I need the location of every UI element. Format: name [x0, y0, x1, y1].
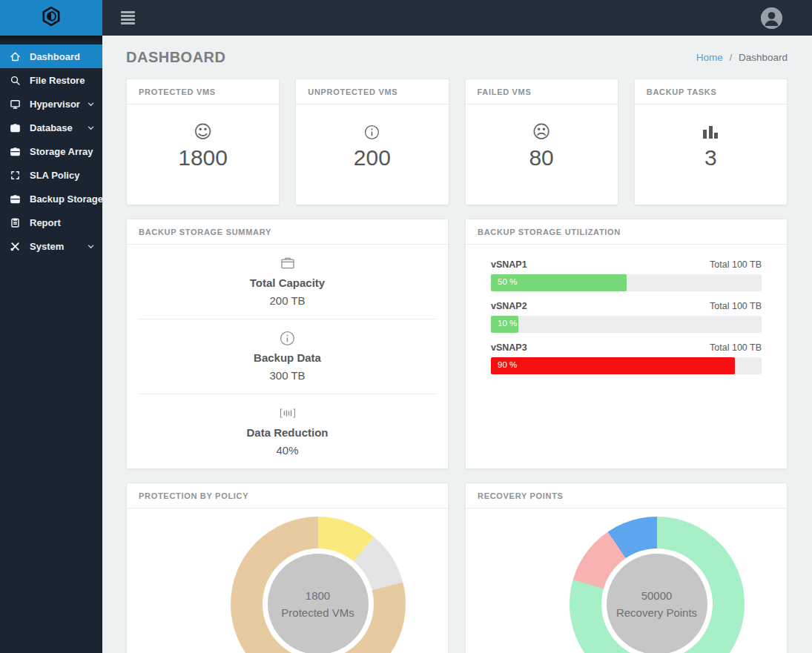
card-title: PROTECTED VMS	[127, 79, 279, 105]
user-avatar[interactable]	[761, 7, 782, 29]
frown-icon: ☹	[466, 122, 618, 142]
topbar	[0, 0, 812, 36]
clipboard-icon	[10, 217, 21, 228]
sidebar-item-label: Backup Storage	[30, 193, 103, 205]
progress-bar-fill: 10 %	[491, 316, 518, 333]
info-icon	[296, 122, 448, 142]
sidebar-item-hypervisor[interactable]: Hypervisor	[0, 92, 102, 116]
stat-value: 3	[635, 145, 787, 170]
sidebar-item-label: File Restore	[30, 75, 85, 86]
summary-item-label: Backup Data	[127, 351, 448, 364]
volume-name: vSNAP1	[491, 259, 527, 270]
backup-tasks-card: BACKUP TASKS3	[634, 79, 788, 205]
sidebar-item-file-restore[interactable]: File Restore	[0, 68, 102, 92]
summary-item: Backup Data300 TB	[127, 319, 448, 394]
summary-item-value: 40%	[127, 444, 448, 457]
chevron-down-icon	[87, 242, 95, 251]
progress-bar-track: 50 %	[491, 274, 762, 291]
sidebar-item-storage-array[interactable]: Storage Array	[0, 139, 102, 163]
breadcrumb-separator: /	[729, 52, 732, 63]
sidebar-item-sla-policy[interactable]: SLA Policy	[0, 163, 102, 187]
protected-vms-card: PROTECTED VMS☺1800	[126, 79, 280, 205]
stats-row: PROTECTED VMS☺1800UNPROTECTED VMS200FAIL…	[126, 79, 788, 205]
backup-storage-summary-card: BACKUP STORAGE SUMMARY Total Capacity200…	[126, 219, 449, 469]
donut-center-caption: Recovery Points	[616, 604, 697, 621]
search-icon	[10, 75, 21, 86]
briefcase-outline-icon	[127, 256, 448, 271]
utilization-row: vSNAP1Total 100 TB50 %	[491, 259, 762, 291]
backup-storage-utilization-card: BACKUP STORAGE UTILIZATION vSNAP1Total 1…	[465, 219, 788, 469]
card-title: BACKUP STORAGE UTILIZATION	[466, 219, 787, 245]
failed-vms-card: FAILED VMS☹80	[465, 79, 618, 205]
tools-icon	[10, 241, 21, 252]
card-title: BACKUP TASKS	[635, 79, 787, 105]
recovery-points-card: RECOVERY POINTS 50000 Recovery Points	[465, 483, 788, 653]
breadcrumb-home-link[interactable]: Home	[696, 52, 723, 63]
progress-bar-track: 10 %	[491, 316, 762, 333]
donut-center-value: 50000	[641, 587, 673, 604]
unprotected-vms-card: UNPROTECTED VMS200	[295, 79, 449, 205]
logo-hexagon-icon	[41, 6, 62, 30]
expand-icon	[10, 170, 21, 181]
progress-bar-fill: 90 %	[491, 357, 735, 374]
breadcrumb-current: Dashboard	[739, 52, 788, 63]
donut-center-label: 50000 Recovery Points	[607, 554, 707, 653]
sidebar-item-backup-storage[interactable]: Backup Storage	[0, 187, 102, 211]
utilization-row: vSNAP3Total 100 TB90 %	[491, 342, 762, 374]
briefcase-icon	[10, 122, 21, 133]
progress-bar-track: 90 %	[491, 357, 762, 374]
volume-name: vSNAP3	[491, 342, 527, 353]
stat-value: 80	[466, 145, 618, 170]
sidebar-item-label: Report	[30, 217, 61, 228]
chevron-down-icon	[87, 100, 95, 108]
main-content: DASHBOARD Home / Dashboard PROTECTED VMS…	[102, 36, 812, 653]
card-title: RECOVERY POINTS	[466, 483, 787, 508]
sidebar-item-label: Database	[30, 122, 73, 133]
info-icon	[127, 331, 448, 345]
progress-bar-fill: 50 %	[491, 274, 627, 291]
summary-item-value: 300 TB	[127, 369, 448, 382]
summary-item-label: Total Capacity	[127, 276, 448, 289]
card-title: UNPROTECTED VMS	[296, 79, 448, 105]
card-title: PROTECTION BY POLICY	[127, 483, 448, 508]
stat-value: 1800	[127, 145, 279, 170]
summary-item-label: Data Reduction	[127, 426, 448, 439]
recovery-points-donut-chart: 50000 Recovery Points	[570, 517, 745, 653]
briefcase-line-icon	[10, 146, 21, 157]
volume-total: Total 100 TB	[710, 301, 762, 311]
briefcase-line-icon	[10, 193, 21, 205]
donut-center-label: 1800 Protected VMs	[268, 554, 369, 653]
person-icon	[761, 7, 782, 29]
home-icon	[10, 51, 21, 62]
protection-by-policy-card: PROTECTION BY POLICY 1800 Protected VMs	[126, 483, 449, 653]
utilization-row: vSNAP2Total 100 TB10 %	[491, 301, 762, 333]
sidebar-item-dashboard[interactable]: Dashboard	[0, 44, 102, 68]
volume-total: Total 100 TB	[710, 259, 762, 270]
sidebar-item-label: System	[30, 241, 64, 252]
card-title: FAILED VMS	[466, 79, 618, 105]
smile-icon: ☺	[127, 122, 279, 142]
summary-item: Data Reduction40%	[127, 394, 448, 468]
breadcrumb: Home / Dashboard	[696, 52, 788, 63]
app-logo[interactable]	[0, 0, 102, 36]
sidebar-item-report[interactable]: Report	[0, 211, 102, 234]
page-title: DASHBOARD	[126, 49, 226, 66]
sidebar-item-label: Storage Array	[30, 146, 93, 157]
utilization-body: vSNAP1Total 100 TB50 %vSNAP2Total 100 TB…	[466, 245, 787, 391]
bar-chart-icon	[635, 122, 787, 142]
menu-toggle-button[interactable]	[118, 8, 138, 27]
sidebar-item-system[interactable]: System	[0, 234, 102, 258]
donut-center-caption: Protected VMs	[281, 604, 354, 621]
volume-name: vSNAP2	[491, 301, 527, 311]
summary-item: Total Capacity200 TB	[127, 245, 448, 319]
sidebar: DashboardFile RestoreHypervisorDatabaseS…	[0, 36, 102, 653]
chevron-down-icon	[87, 124, 95, 132]
stat-value: 200	[296, 145, 448, 170]
summary-body: Total Capacity200 TBBackup Data300 TBDat…	[127, 245, 448, 468]
card-title: BACKUP STORAGE SUMMARY	[127, 219, 448, 245]
page-header: DASHBOARD Home / Dashboard	[126, 49, 788, 66]
donut-center-value: 1800	[306, 587, 330, 604]
sidebar-item-database[interactable]: Database	[0, 116, 102, 139]
protection-by-policy-donut-chart: 1800 Protected VMs	[231, 517, 406, 653]
charts-row: PROTECTION BY POLICY 1800 Protected VMs …	[126, 483, 788, 653]
